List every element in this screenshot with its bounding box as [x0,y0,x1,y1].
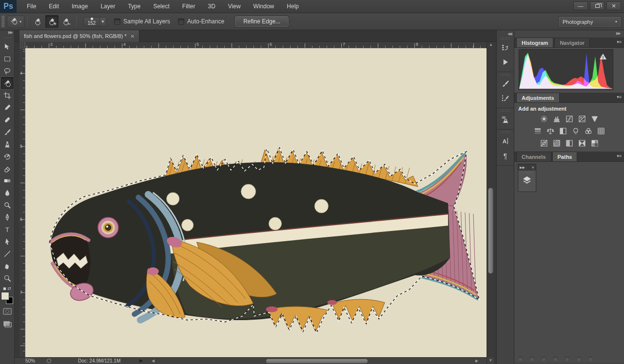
photo-filter-adjustment-icon[interactable] [570,126,581,136]
options-grip[interactable] [1,16,5,27]
close-mini-panel-icon[interactable]: ✕ [531,166,534,170]
panel-menu-icon[interactable]: ▾≡ [617,95,622,99]
brush-size-picker[interactable]: 152 ▼ [83,17,106,26]
gradient-tool[interactable] [1,174,14,187]
rectangular-marquee-tool[interactable] [1,53,14,65]
paths-panel-button[interactable] [542,357,546,361]
invert-adjustment-icon[interactable] [538,138,549,148]
scroll-left-arrow[interactable]: ◀ [150,358,156,364]
curves-adjustment-icon[interactable] [564,114,575,124]
foreground-color-swatch[interactable] [1,292,9,300]
scroll-right-arrow[interactable]: ▶ [474,358,480,364]
expand-toolbar-chevron-icon[interactable]: ▶▶ [0,30,14,36]
menu-view[interactable]: View [222,0,247,13]
restore-button[interactable] [590,1,604,10]
quick-mask-button[interactable] [1,306,14,317]
paths-panel-button[interactable] [565,357,569,361]
tab-adjustments[interactable]: Adjustments [516,93,560,102]
scroll-down-arrow[interactable]: ▼ [487,357,494,364]
cached-data-warning-icon[interactable]: ! [599,53,607,60]
zoom-tool[interactable] [1,272,14,284]
horizontal-scrollbar[interactable]: ◀ ▶ [150,358,480,364]
toolbar-grip[interactable] [3,37,12,39]
menu-file[interactable]: File [20,0,42,13]
pen-tool[interactable] [1,211,14,223]
crop-tool[interactable] [1,89,14,101]
workspace-switcher[interactable]: Photography ▾ [559,17,621,27]
refine-edge-button[interactable]: Refine Edge... [235,16,289,27]
menu-select[interactable]: Select [147,0,176,13]
move-tool[interactable] [1,40,14,53]
hand-tool[interactable] [1,260,14,272]
vertical-scrollbar[interactable]: ▲ [487,42,494,357]
paragraph-panel-button[interactable]: ¶ [499,149,512,162]
swap-colors-mini[interactable]: ⇄ [3,286,11,291]
channel-mixer-adjustment-icon[interactable] [583,126,594,136]
menu-window[interactable]: Window [247,0,281,13]
menu-3d[interactable]: 3D [201,0,221,13]
status-flyout-arrow-icon[interactable]: ▶ [139,358,143,363]
levels-adjustment-icon[interactable] [551,114,562,124]
new-selection-button[interactable] [31,15,44,28]
auto-enhance-checkbox[interactable]: Auto-Enhance [178,18,224,25]
vibrance-adjustment-icon[interactable] [589,114,600,124]
threshold-adjustment-icon[interactable] [564,138,575,148]
hue-saturation-adjustment-icon[interactable] [532,126,543,136]
close-tab-icon[interactable]: ✕ [130,34,134,39]
add-to-selection-button[interactable] [45,15,58,28]
brush-presets-panel-button[interactable] [499,91,512,105]
black-white-adjustment-icon[interactable] [557,126,568,136]
eyedropper-tool[interactable] [1,101,14,114]
exposure-adjustment-icon[interactable] [576,114,587,124]
history-brush-tool[interactable] [1,150,14,162]
scroll-up-arrow[interactable]: ▲ [487,42,495,48]
character-panel-button[interactable]: A [499,134,512,148]
history-panel-button[interactable] [499,40,512,54]
paths-panel-button[interactable] [518,357,523,361]
actions-panel-button[interactable] [499,55,512,69]
menu-layer[interactable]: Layer [94,0,121,13]
color-balance-adjustment-icon[interactable] [545,126,556,136]
subtract-from-selection-button[interactable] [59,15,73,28]
menu-filter[interactable]: Filter [176,0,202,13]
quick-selection-tool[interactable] [1,77,14,89]
tab-navigator[interactable]: Navigator [554,38,590,47]
color-lookup-adjustment-icon[interactable] [595,126,606,136]
collapsed-layers-panel[interactable]: ▶▶ ✕ [518,164,536,192]
zoom-level-field[interactable]: 50% [25,358,35,364]
document-canvas[interactable] [25,48,487,357]
screen-mode-button[interactable] [1,319,14,329]
collapse-dock-chevron-icon[interactable]: ▶▶ [514,30,624,38]
menu-help[interactable]: Help [280,0,305,13]
sample-all-layers-checkbox[interactable]: Sample All Layers [114,18,170,25]
layers-icon[interactable] [518,176,536,185]
tool-preset-picker[interactable]: ▾ [7,16,24,28]
posterize-adjustment-icon[interactable] [551,138,562,148]
panel-menu-icon[interactable]: ▾≡ [617,153,622,158]
paths-panel-button[interactable] [530,357,534,361]
line-tool[interactable] [1,248,14,260]
tab-channels[interactable]: Channels [516,152,551,161]
paths-panel-button[interactable] [577,357,581,361]
menu-type[interactable]: Type [121,0,147,13]
lasso-tool[interactable] [1,65,14,77]
dodge-tool[interactable] [1,199,14,211]
paths-panel-button[interactable] [588,357,593,361]
tab-paths[interactable]: Paths [552,152,578,161]
gradient-map-adjustment-icon[interactable] [576,138,587,148]
menu-image[interactable]: Image [65,0,94,13]
minimize-button[interactable]: — [573,1,588,10]
eraser-tool[interactable] [1,162,14,174]
menu-edit[interactable]: Edit [42,0,65,13]
panel-menu-icon[interactable]: ▾≡ [617,39,622,44]
brush-panel-button[interactable] [499,77,512,90]
blur-tool[interactable] [1,187,14,199]
expand-mini-panel-icon[interactable]: ▶▶ [520,166,525,170]
tab-histogram[interactable]: Histogram [516,38,553,47]
selective-color-adjustment-icon[interactable] [589,138,600,148]
vertical-scroll-thumb[interactable] [488,188,493,274]
close-button[interactable]: ✕ [606,1,621,10]
paths-panel-button[interactable] [553,357,558,361]
type-tool[interactable]: T [1,223,14,235]
path-selection-tool[interactable] [1,235,14,248]
